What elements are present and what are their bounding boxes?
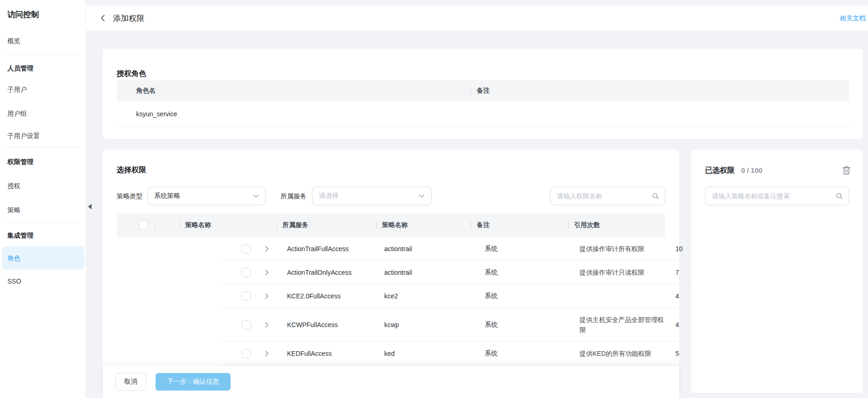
sidebar-item-authorize[interactable]: 授权 — [0, 177, 86, 195]
sidebar: 访问控制 概览 人员管理 子用户 用户组 子用户设置 权限管理 授权 策略 集成… — [0, 0, 86, 398]
table-row: ActionTrailFullAccess actiontrail 系统 提供操… — [219, 237, 768, 261]
policy-type-column-header: 策略名称 — [382, 221, 408, 229]
back-button[interactable] — [100, 14, 106, 22]
sidebar-item-policy[interactable]: 策略 — [0, 201, 86, 219]
service-placeholder: 请选择 — [319, 192, 338, 200]
divider — [471, 87, 471, 95]
add-permission-page: 访问控制 概览 人员管理 子用户 用户组 子用户设置 权限管理 授权 策略 集成… — [0, 0, 868, 398]
cancel-button[interactable]: 取消 — [115, 373, 146, 391]
sidebar-title: 访问控制 — [7, 9, 39, 20]
role-table-header: 角色名 备注 — [117, 80, 849, 101]
table-row: KCWPFullAccess kcwp 系统 提供主机安全产品全部管理权限 4 — [219, 308, 768, 342]
policy-type: 系统 — [485, 349, 498, 358]
table-row: KCE2.0FullAccess kce2 系统 4 — [219, 284, 768, 308]
divider — [471, 221, 471, 229]
selected-count: 0 / 100 — [741, 166, 762, 174]
divider — [6, 55, 81, 55]
sidebar-section-permission: 权限管理 — [7, 156, 33, 167]
policy-name: KCE2.0FullAccess — [287, 292, 341, 300]
selected-permissions-card: 已选权限 0 / 100 — [691, 150, 863, 393]
next-step-button[interactable]: 下一步：确认信息 — [156, 373, 231, 391]
permission-table-header: 策略名称 所属服务 策略名称 备注 引用次数 — [117, 213, 665, 237]
service-label: 所属服务 — [281, 187, 306, 205]
table-row: KEDFullAccess ked 系统 提供KED的所有功能权限 5 — [219, 342, 768, 365]
service-name: actiontrail — [384, 245, 412, 253]
permission-search — [550, 187, 665, 205]
expand-row-icon[interactable] — [265, 246, 269, 252]
policy-type-label: 策略类型 — [117, 187, 143, 205]
ref-count: 5 — [675, 350, 679, 357]
expand-row-icon[interactable] — [265, 269, 269, 276]
divider — [568, 221, 569, 229]
related-docs-link[interactable]: 相关文档 — [840, 6, 866, 31]
service-select[interactable]: 请选择 — [312, 187, 431, 205]
selected-title-group: 已选权限 0 / 100 — [705, 166, 762, 176]
expand-row-icon[interactable] — [265, 322, 269, 328]
back-title-group: 添加权限 — [100, 6, 144, 31]
footer-action-bar: 取消 下一步：确认信息 — [103, 366, 679, 398]
policy-name: KEDFullAccess — [287, 350, 331, 357]
role-table-row: ksyun_service — [117, 101, 849, 127]
chevron-left-icon — [100, 14, 106, 22]
expand-row-icon[interactable] — [265, 350, 269, 357]
row-checkbox[interactable] — [242, 291, 251, 301]
policy-type-value: 系统策略 — [154, 192, 180, 200]
select-card-title: 选择权限 — [117, 165, 146, 175]
chevron-down-icon — [253, 194, 259, 198]
policy-type: 系统 — [485, 245, 498, 253]
remark-column-header: 备注 — [477, 221, 490, 229]
role-name-value: ksyun_service — [136, 110, 177, 118]
ref-count: 10 — [675, 245, 683, 253]
row-checkbox[interactable] — [242, 349, 251, 358]
service-name: ked — [384, 350, 395, 357]
sidebar-item-role-active[interactable]: 角色 — [2, 246, 84, 270]
ref-count-column-header: 引用次数 — [574, 221, 600, 229]
role-card-title: 授权角色 — [117, 69, 146, 79]
authorized-role-card: 授权角色 角色名 备注 ksyun_service — [103, 49, 863, 139]
row-checkbox[interactable] — [242, 268, 251, 277]
sidebar-item-user-group[interactable]: 用户组 — [0, 104, 86, 123]
clear-selected-button[interactable] — [843, 166, 850, 175]
divider — [180, 221, 180, 229]
sidebar-collapse-handle[interactable] — [86, 196, 94, 217]
role-name-column-header: 角色名 — [136, 87, 156, 95]
service-name: kce2 — [384, 292, 398, 300]
search-icon[interactable] — [836, 192, 843, 200]
policy-name: ActionTrailFullAccess — [287, 245, 349, 253]
table-row: ActionTrailOnlyAccess actiontrail 系统 提供操… — [219, 261, 768, 284]
sidebar-section-people: 人员管理 — [7, 63, 33, 74]
ref-count: 4 — [675, 321, 679, 329]
divider — [376, 221, 377, 229]
selected-search — [705, 187, 849, 205]
divider — [277, 221, 277, 229]
row-checkbox[interactable] — [242, 320, 251, 329]
sidebar-item-overview[interactable]: 概览 — [0, 32, 86, 50]
service-name: kcwp — [384, 321, 399, 329]
remark-column-header: 备注 — [477, 87, 490, 95]
policy-name-column-header: 策略名称 — [185, 221, 211, 229]
chevron-down-icon — [419, 194, 425, 198]
sidebar-item-sso[interactable]: SSO — [0, 272, 86, 291]
select-all-checkbox[interactable] — [139, 221, 148, 230]
sidebar-item-sub-user[interactable]: 子用户 — [0, 80, 86, 99]
expand-row-icon[interactable] — [265, 293, 269, 299]
row-checkbox[interactable] — [242, 244, 251, 253]
divider — [6, 222, 81, 222]
chevron-left-icon — [88, 204, 92, 209]
ref-count: 7 — [675, 269, 679, 276]
page-title: 添加权限 — [113, 13, 144, 24]
policy-name: KCWPFullAccess — [287, 321, 338, 329]
policy-type: 系统 — [485, 268, 498, 277]
policy-type: 系统 — [485, 321, 498, 329]
policy-remark: 提供KED的所有功能权限 — [580, 348, 664, 359]
policy-type-select[interactable]: 系统策略 — [147, 187, 266, 205]
policy-remark: 提供主机安全产品全部管理权限 — [580, 315, 664, 335]
policy-type: 系统 — [485, 292, 498, 300]
policy-remark: 提供操作审计所有权限 — [580, 244, 664, 254]
permission-search-input[interactable] — [556, 192, 652, 200]
selected-search-input[interactable] — [711, 192, 836, 200]
search-icon[interactable] — [652, 192, 659, 200]
page-header: 添加权限 相关文档 — [86, 6, 868, 31]
sidebar-item-sub-user-settings[interactable]: 子用户设置 — [0, 126, 86, 145]
policy-remark: 提供操作审计只读权限 — [580, 267, 664, 278]
